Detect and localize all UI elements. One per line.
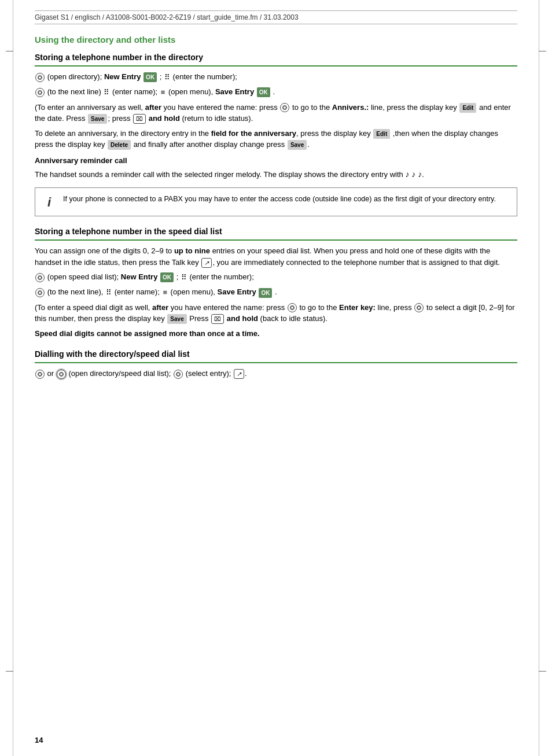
sd-enter-number: (enter the number); <box>190 272 254 281</box>
ok-btn-2[interactable]: OK <box>257 87 270 97</box>
header-text: Gigaset S1 / englisch / A31008-S001-B002… <box>35 13 299 21</box>
end-key-2: ⌧ <box>211 314 224 324</box>
music-notes: ♪ ♪ ♪ <box>405 169 422 179</box>
save-btn-1[interactable]: Save <box>88 114 107 124</box>
nav-circle-icon-1 <box>35 73 45 82</box>
tick-left-top: — <box>6 46 13 55</box>
ok-btn-3[interactable]: OK <box>160 272 174 282</box>
page-header: Gigaset S1 / englisch / A31008-S001-B002… <box>35 10 517 24</box>
open-menu-text: (open menu), <box>168 87 213 96</box>
p4-text4: and finally after another display change… <box>131 140 287 149</box>
save-btn-2[interactable]: Save <box>288 140 307 150</box>
anniversary-reminder-text: The handset sounds a reminder call with … <box>35 168 517 180</box>
p3-text2: you have entered the name: press <box>161 103 280 112</box>
p4-text1: To delete an anniversary, in the directo… <box>35 129 211 138</box>
sd-p1-bold: up to nine <box>174 246 210 255</box>
nav-circle-icon-4 <box>35 273 45 282</box>
new-entry-label-2: New Entry <box>121 272 158 281</box>
subsection-speed-dial: Storing a telephone number in the speed … <box>35 227 517 339</box>
p3-text3: to go to the <box>290 103 332 112</box>
directory-p1: (open directory); New Entry OK ; ⠿ (ente… <box>35 71 517 83</box>
page-wrapper: — — — — Gigaset S1 / englisch / A31008-S… <box>0 0 552 756</box>
subsection-title-directory: Storing a telephone number in the direct… <box>35 53 517 62</box>
sd-p2: (open speed dial list); New Entry OK ; ⠿… <box>35 271 517 283</box>
save-btn-3[interactable]: Save <box>167 314 186 324</box>
sd-p4-text8: (back to idle status). <box>258 314 327 323</box>
save-entry-label-2: Save Entry <box>218 287 256 296</box>
green-rule-1 <box>35 65 517 67</box>
side-bar-right <box>539 0 539 756</box>
subsection-title-dialling: Dialling with the directory/speed dial l… <box>35 349 517 359</box>
p3-annivers: Annivers.: <box>332 103 369 112</box>
sd-p4-text4: line, press <box>376 303 414 312</box>
main-content: Using the directory and other lists Stor… <box>35 35 517 379</box>
p3-text10: (return to idle status). <box>180 114 253 123</box>
anniversary-period: . <box>422 170 424 179</box>
keypad-icon-3: ⠿ <box>181 272 187 283</box>
new-entry-label: New Entry <box>104 72 141 81</box>
anniversary-reminder-title: Anniversary reminder call <box>35 155 517 167</box>
sd-semicolon: ; <box>176 272 181 281</box>
enter-name-text: (enter name); <box>112 87 157 96</box>
sd-comma: , <box>101 287 104 296</box>
p3-hold: hold <box>164 114 179 123</box>
section-title: Using the directory and other lists <box>35 35 517 45</box>
to-next-line-text: (to the next line) <box>47 87 101 96</box>
p3-text6: ; press <box>108 114 133 123</box>
sd-period: . <box>275 287 277 296</box>
side-bar-left <box>13 0 13 756</box>
sd-p4: (To enter a speed dial digit as well, af… <box>35 302 517 324</box>
menu-icon-inline: ≡ <box>161 87 165 98</box>
subsection-title-speed-dial: Storing a telephone number in the speed … <box>35 227 517 236</box>
talk-key-icon-1: ↗ <box>201 258 212 268</box>
subsection-dialling: Dialling with the directory/speed dial l… <box>35 349 517 379</box>
open-dir-text: (open directory); <box>47 72 102 81</box>
dd-open-dir-text: (open directory/speed dial list); <box>67 369 173 378</box>
p3-text4: line, press the display key <box>369 103 459 112</box>
edit-btn-1[interactable]: Edit <box>459 103 476 113</box>
dd-or-text: or <box>45 369 56 378</box>
sd-p4-text6: Press <box>187 314 211 323</box>
nav-circle-icon-9 <box>57 370 66 379</box>
dd-select-text: (select entry); <box>183 369 233 378</box>
p4-period: . <box>307 140 310 149</box>
sd-to-next-line: (to the next line) <box>47 287 101 296</box>
dd-period: . <box>245 369 247 378</box>
subsection-directory: Storing a telephone number in the direct… <box>35 53 517 216</box>
tick-right-bottom: — <box>539 666 546 675</box>
p3-after: after <box>145 103 161 112</box>
sd-p1-text1: You can assign one of the digits 0, 2–9 … <box>35 246 174 255</box>
nav-circle-icon-7 <box>414 303 424 312</box>
sd-p4-text3: to go to the <box>297 303 339 312</box>
tick-left-bottom: — <box>6 666 13 675</box>
keypad-icon-2: ⠿ <box>104 87 109 98</box>
keypad-icon-1: ⠿ <box>164 72 170 83</box>
info-box-text: If your phone is connected to a PABX you… <box>63 194 496 205</box>
open-speed-dial-text: (open speed dial list); <box>47 272 119 281</box>
edit-btn-2[interactable]: Edit <box>373 129 390 139</box>
p4-bold: field for the anniversary <box>211 129 296 138</box>
p3-and: and <box>149 114 162 123</box>
sd-p4-and-hold: and hold <box>227 314 258 323</box>
sd-enter-name: (enter name); <box>115 287 160 296</box>
nav-circle-icon-10 <box>174 370 183 379</box>
sd-open-menu: (open menu), <box>171 287 215 296</box>
sd-p4-text1: (To enter a speed dial digit as well, <box>35 303 152 312</box>
talk-key-icon-2: ↗ <box>234 369 244 379</box>
p3-text1: (To enter an anniversary as well, <box>35 103 145 112</box>
nav-circle-icon-3 <box>280 103 289 112</box>
page-number: 14 <box>35 736 43 744</box>
page-footer: 14 <box>35 736 43 744</box>
semicolon-1: ; <box>160 72 164 81</box>
p4-text2: , press the display key <box>296 129 373 138</box>
sd-p4-bold-enterkey: Enter key: <box>339 303 376 312</box>
sd-p1: You can assign one of the digits 0, 2–9 … <box>35 245 517 268</box>
ok-btn-4[interactable]: OK <box>259 288 272 298</box>
delete-btn-1[interactable]: Delete <box>108 140 131 150</box>
ok-btn-1[interactable]: OK <box>143 72 157 82</box>
period-1: . <box>273 87 275 96</box>
dd-p1: or (open directory/speed dial list); (se… <box>35 368 517 379</box>
directory-p4: To delete an anniversary, in the directo… <box>35 128 517 150</box>
sd-p3: (to the next line), ⠿ (enter name); ≡ (o… <box>35 286 517 298</box>
directory-p2: (to the next line) ⠿ (enter name); ≡ (op… <box>35 86 517 98</box>
